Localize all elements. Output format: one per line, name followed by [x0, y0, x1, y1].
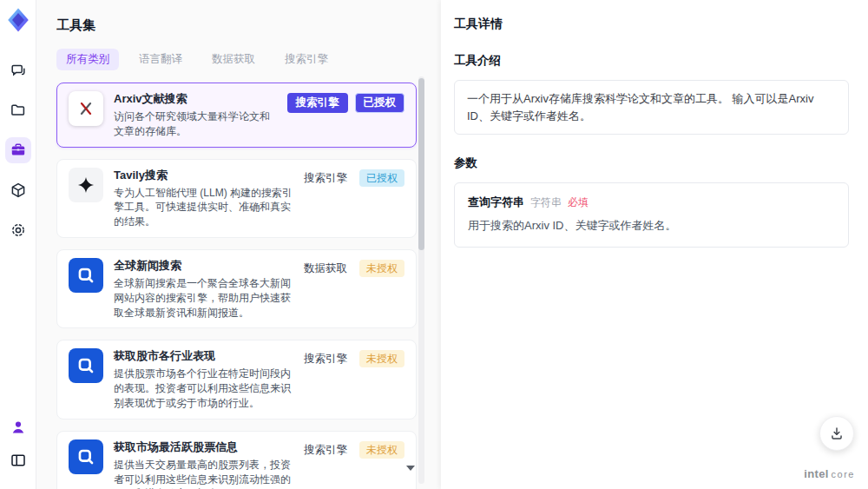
tool-card-arxiv[interactable]: Arxiv文献搜索 访问各个研究领域大量科学论文和文章的存储库。 搜索引擎 已授…: [56, 83, 417, 148]
details-title: 工具详情: [454, 17, 849, 32]
sidebar-item-files[interactable]: [5, 97, 31, 123]
user-icon: [10, 419, 27, 436]
tool-name: 全球新闻搜索: [114, 258, 293, 274]
tool-description: 提供当天交易量最高的股票列表，投资者可以利用这些信息来识别流动性强的股票和潜在的…: [114, 458, 293, 489]
tool-description: 全球新闻搜索是一个聚合全球各大新闻网站内容的搜索引擎，帮助用户快速获取全球最新资…: [114, 276, 293, 320]
intro-heading: 工具介绍: [454, 53, 849, 69]
panel-layout-icon: [10, 452, 27, 469]
param-type: 字符串: [530, 195, 562, 210]
tool-card-global-news[interactable]: 全球新闻搜索 全球新闻搜索是一个聚合全球各大新闻网站内容的搜索引擎，帮助用户快速…: [56, 249, 417, 328]
sidebar-nav: [5, 57, 31, 257]
param-name: 查询字符串: [468, 195, 524, 210]
tool-status-badge: 未授权: [359, 350, 404, 367]
list-scrollbar-thumb[interactable]: [418, 78, 424, 250]
tab-search-engine[interactable]: 搜索引擎: [275, 49, 338, 70]
tool-category-label: 搜索引擎: [304, 441, 347, 459]
tool-name: 获取市场最活跃股票信息: [114, 439, 293, 455]
search-logo-icon: [69, 258, 103, 293]
sidebar-item-collapse[interactable]: [5, 447, 31, 473]
param-required-badge: 必填: [568, 195, 589, 210]
tool-description: 专为人工智能代理 (LLM) 构建的搜索引擎工具。可快速提供实时、准确和真实的结…: [114, 186, 293, 229]
tool-card-tavily[interactable]: Tavily搜索 专为人工智能代理 (LLM) 构建的搜索引擎工具。可快速提供实…: [56, 159, 417, 238]
param-description: 用于搜索的Arxiv ID、关键字或作者姓名。: [468, 218, 835, 234]
tool-description: 提供股票市场各个行业在特定时间段内的表现。投资者可以利用这些信息来识别表现优于或…: [114, 367, 293, 410]
tool-category-label: 搜索引擎: [304, 350, 347, 367]
scroll-down-arrow-icon: [406, 466, 415, 471]
tool-name: 获取股市各行业表现: [114, 348, 293, 364]
toolbox-icon: [10, 142, 27, 159]
param-card: 查询字符串 字符串 必填 用于搜索的Arxiv ID、关键字或作者姓名。: [454, 182, 849, 248]
tool-card-active-stocks[interactable]: 获取市场最活跃股票信息 提供当天交易量最高的股票列表，投资者可以利用这些信息来识…: [56, 431, 417, 489]
tavily-star-icon: [69, 168, 103, 202]
folder-icon: [10, 102, 27, 119]
intel-core-logo: intel core: [804, 467, 855, 480]
tool-details-panel: 工具详情 工具介绍 一个用于从Arxiv存储库搜索科学论文和文章的工具。 输入可…: [441, 0, 868, 489]
tool-status-badge[interactable]: 已授权: [355, 93, 405, 113]
params-heading: 参数: [454, 155, 849, 171]
category-tabs: 所有类别 语言翻译 数据获取 搜索引擎: [56, 49, 417, 70]
tool-status-badge: 未授权: [359, 441, 404, 459]
tool-intro-text: 一个用于从Arxiv存储库搜索科学论文和文章的工具。 输入可以是Arxiv ID…: [454, 80, 849, 135]
sidebar-item-chat[interactable]: [5, 57, 31, 83]
tool-category-badge[interactable]: 搜索引擎: [287, 93, 348, 113]
list-scrollbar-track[interactable]: [418, 76, 424, 484]
cube-icon: [10, 182, 27, 199]
page-title: 工具集: [56, 17, 417, 34]
tool-name: Tavily搜索: [114, 168, 293, 183]
sidebar-item-profile[interactable]: [5, 414, 31, 440]
tab-all-categories[interactable]: 所有类别: [56, 49, 119, 70]
sidebar-item-tools[interactable]: [5, 137, 31, 163]
tool-status-badge: 未授权: [359, 260, 404, 277]
sidebar-bottom: [5, 414, 31, 480]
tools-list-panel: 工具集 所有类别 语言翻译 数据获取 搜索引擎 Arxiv文献搜索 访问各个研究…: [36, 0, 441, 489]
tool-status-badge: 已授权: [359, 169, 404, 187]
app-window: 工具集 所有类别 语言翻译 数据获取 搜索引擎 Arxiv文献搜索 访问各个研究…: [0, 0, 868, 489]
tool-card-sector-performance[interactable]: 获取股市各行业表现 提供股票市场各个行业在特定时间段内的表现。投资者可以利用这些…: [56, 340, 417, 419]
gear-icon: [10, 221, 27, 239]
tool-card-list: Arxiv文献搜索 访问各个研究领域大量科学论文和文章的存储库。 搜索引擎 已授…: [56, 83, 417, 489]
tool-description: 访问各个研究领域大量科学论文和文章的存储库。: [114, 109, 277, 139]
search-logo-icon: [69, 439, 103, 474]
download-button[interactable]: [819, 416, 854, 451]
tool-category-label: 搜索引擎: [304, 169, 347, 187]
tool-category-label: 数据获取: [304, 260, 347, 277]
tool-name: Arxiv文献搜索: [114, 91, 277, 107]
sidebar-item-models[interactable]: [5, 177, 31, 203]
chat-icon: [10, 62, 27, 79]
app-logo-icon: [5, 7, 31, 33]
sidebar-item-settings[interactable]: [5, 217, 31, 243]
tab-data-fetch[interactable]: 数据获取: [202, 49, 265, 70]
tab-translation[interactable]: 语言翻译: [129, 49, 192, 70]
arxiv-icon: [69, 91, 103, 126]
download-icon: [829, 426, 845, 441]
search-logo-icon: [69, 348, 103, 383]
app-sidebar: [0, 0, 36, 489]
